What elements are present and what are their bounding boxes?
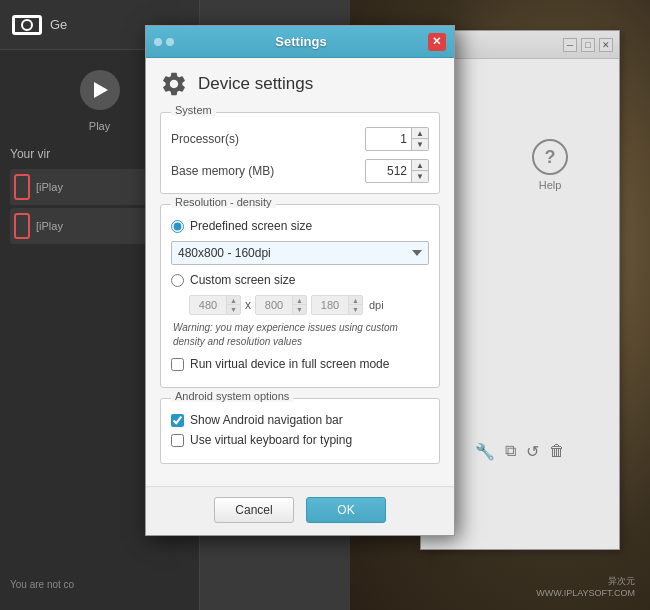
custom-radio-row: Custom screen size [171, 273, 429, 287]
keyboard-checkbox-row: Use virtual keyboard for typing [171, 433, 429, 447]
processor-row: Processor(s) ▲ ▼ [171, 127, 429, 151]
memory-row: Base memory (MB) ▲ ▼ [171, 159, 429, 183]
dpi-up-arrow: ▲ [349, 296, 362, 305]
bg-header-text: Ge [50, 17, 67, 32]
width-input [190, 297, 226, 313]
device-settings-title: Device settings [198, 74, 313, 94]
height-arrows: ▲ ▼ [292, 296, 306, 314]
device-header: Device settings [160, 70, 440, 98]
bg-list-label-2: [iPlay [36, 220, 63, 232]
custom-radio[interactable] [171, 274, 184, 287]
android-section: Android system options Show Android navi… [160, 398, 440, 464]
fullscreen-checkbox[interactable] [171, 358, 184, 371]
processor-label: Processor(s) [171, 132, 239, 146]
dpi-arrows: ▲ ▼ [348, 296, 362, 314]
copy-icon: ⧉ [505, 442, 516, 461]
processor-down-arrow[interactable]: ▼ [412, 139, 428, 150]
title-dot-2 [166, 38, 174, 46]
predefined-radio-row: Predefined screen size [171, 219, 429, 233]
width-up-arrow: ▲ [227, 296, 240, 305]
navbar-checkbox-row: Show Android navigation bar [171, 413, 429, 427]
keyboard-checkbox[interactable] [171, 434, 184, 447]
width-spinner: ▲ ▼ [189, 295, 241, 315]
ok-button[interactable]: OK [306, 497, 386, 523]
memory-label: Base memory (MB) [171, 164, 274, 178]
system-section: System Processor(s) ▲ ▼ Base memory (MB [160, 112, 440, 194]
navbar-label: Show Android navigation bar [190, 413, 343, 427]
fullscreen-checkbox-row: Run virtual device in full screen mode [171, 357, 429, 371]
wrench-icon: 🔧 [475, 442, 495, 461]
predefined-dropdown[interactable]: 480x800 - 160dpi 320x480 - 120dpi 720x12… [171, 241, 429, 265]
maximize-button[interactable]: □ [581, 38, 595, 52]
x-separator: x [245, 298, 251, 312]
height-input [256, 297, 292, 313]
dpi-down-arrow: ▼ [349, 305, 362, 314]
system-section-label: System [171, 104, 216, 116]
resolution-section-label: Resolution - density [171, 196, 276, 208]
phone-icon [14, 213, 30, 239]
dpi-spinner: ▲ ▼ [311, 295, 363, 315]
navbar-checkbox[interactable] [171, 414, 184, 427]
android-section-content: Show Android navigation bar Use virtual … [161, 399, 439, 463]
processor-value[interactable] [366, 130, 411, 148]
bg-list-label-1: [iPlay [36, 181, 63, 193]
custom-size-row: ▲ ▼ x ▲ ▼ ▲ [189, 295, 429, 315]
bg-play-button [80, 70, 120, 110]
memory-spinner[interactable]: ▲ ▼ [365, 159, 429, 183]
processor-arrows: ▲ ▼ [411, 128, 428, 150]
dialog-content: Device settings System Processor(s) ▲ ▼ [146, 58, 454, 486]
dpi-input [312, 297, 348, 313]
height-up-arrow: ▲ [293, 296, 306, 305]
close-button[interactable]: ✕ [599, 38, 613, 52]
help-label: Help [539, 179, 562, 191]
close-button[interactable]: ✕ [428, 33, 446, 51]
android-section-label: Android system options [171, 390, 293, 402]
help-section: ? Help [451, 139, 649, 191]
title-dot-1 [154, 38, 162, 46]
warning-text: Warning: you may experience issues using… [173, 321, 429, 349]
gear-icon [160, 70, 188, 98]
memory-down-arrow[interactable]: ▼ [412, 171, 428, 182]
memory-arrows: ▲ ▼ [411, 160, 428, 182]
help-icon: ? [532, 139, 568, 175]
custom-radio-label: Custom screen size [190, 273, 295, 287]
button-bar: Cancel OK [146, 486, 454, 535]
phone-icon [14, 174, 30, 200]
bg-bottom-text: You are not co [10, 579, 74, 590]
bg-logo-icon [12, 15, 42, 35]
keyboard-label: Use virtual keyboard for typing [190, 433, 352, 447]
watermark-line2: WWW.IPLAYSOFT.COM [536, 588, 635, 598]
resolution-section: Resolution - density Predefined screen s… [160, 204, 440, 388]
title-bar-dots [154, 38, 174, 46]
resolution-section-content: Predefined screen size 480x800 - 160dpi … [161, 205, 439, 387]
minimize-button[interactable]: ─ [563, 38, 577, 52]
memory-up-arrow[interactable]: ▲ [412, 160, 428, 171]
memory-value[interactable] [366, 162, 411, 180]
processor-spinner[interactable]: ▲ ▼ [365, 127, 429, 151]
watermark: 异次元 WWW.IPLAYSOFT.COM [536, 575, 635, 598]
watermark-line1: 异次元 [536, 575, 635, 588]
height-spinner: ▲ ▼ [255, 295, 307, 315]
system-section-content: Processor(s) ▲ ▼ Base memory (MB) [161, 113, 439, 193]
processor-up-arrow[interactable]: ▲ [412, 128, 428, 139]
title-bar: Settings ✕ [146, 26, 454, 58]
width-down-arrow: ▼ [227, 305, 240, 314]
height-down-arrow: ▼ [293, 305, 306, 314]
predefined-radio[interactable] [171, 220, 184, 233]
fullscreen-label: Run virtual device in full screen mode [190, 357, 389, 371]
width-arrows: ▲ ▼ [226, 296, 240, 314]
settings-dialog: Settings ✕ Device settings System Proces… [145, 25, 455, 536]
predefined-radio-label: Predefined screen size [190, 219, 312, 233]
cancel-button[interactable]: Cancel [214, 497, 294, 523]
refresh-icon: ↺ [526, 442, 539, 461]
dialog-title: Settings [275, 34, 326, 49]
trash-icon: 🗑 [549, 442, 565, 461]
dpi-label: dpi [369, 299, 384, 311]
